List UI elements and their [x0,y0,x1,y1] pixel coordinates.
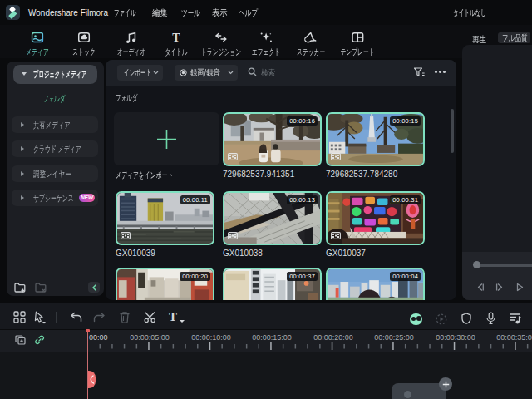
svg-text:T: T [172,32,180,43]
